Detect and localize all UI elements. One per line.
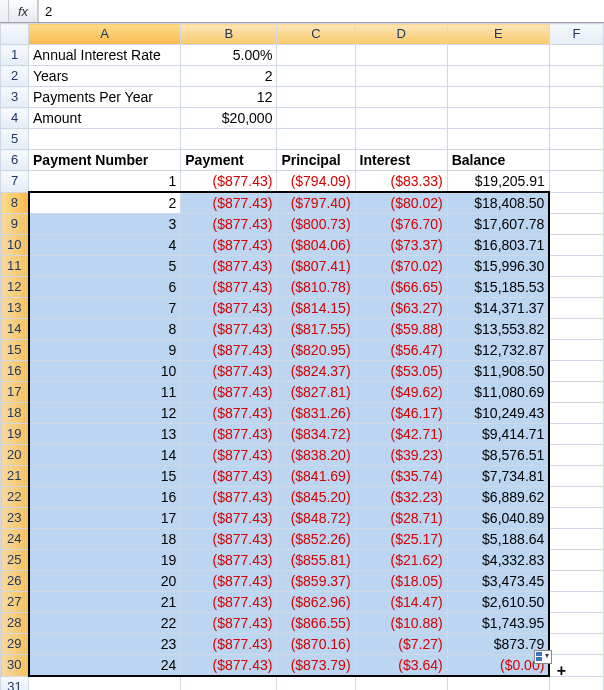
cell-C4[interactable] xyxy=(277,108,355,129)
cell-F25[interactable] xyxy=(549,550,603,571)
cell-D11[interactable]: ($70.02) xyxy=(355,256,447,277)
cell-B22[interactable]: ($877.43) xyxy=(181,487,277,508)
cell-B19[interactable]: ($877.43) xyxy=(181,424,277,445)
cell-C7[interactable]: ($794.09) xyxy=(277,171,355,193)
cell-E3[interactable] xyxy=(447,87,549,108)
cell-C20[interactable]: ($838.20) xyxy=(277,445,355,466)
cell-C27[interactable]: ($862.96) xyxy=(277,592,355,613)
cell-D18[interactable]: ($46.17) xyxy=(355,403,447,424)
cell-D22[interactable]: ($32.23) xyxy=(355,487,447,508)
formula-bar-grip[interactable] xyxy=(0,0,9,22)
cell-E22[interactable]: $6,889.62 xyxy=(447,487,549,508)
row-header-20[interactable]: 20 xyxy=(1,445,29,466)
cell-D21[interactable]: ($35.74) xyxy=(355,466,447,487)
cell-F14[interactable] xyxy=(549,319,603,340)
row-header-30[interactable]: 30 xyxy=(1,655,29,677)
row-header-4[interactable]: 4 xyxy=(1,108,29,129)
row-header-3[interactable]: 3 xyxy=(1,87,29,108)
cell-C13[interactable]: ($814.15) xyxy=(277,298,355,319)
cell-A18[interactable]: 12 xyxy=(29,403,181,424)
cell-B5[interactable] xyxy=(181,129,277,150)
cell-D6[interactable]: Interest xyxy=(355,150,447,171)
cell-D7[interactable]: ($83.33) xyxy=(355,171,447,193)
cell-A16[interactable]: 10 xyxy=(29,361,181,382)
cell-D29[interactable]: ($7.27) xyxy=(355,634,447,655)
cell-A20[interactable]: 14 xyxy=(29,445,181,466)
cell-E13[interactable]: $14,371.37 xyxy=(447,298,549,319)
cell-A2[interactable]: Years xyxy=(29,66,181,87)
cell-C25[interactable]: ($855.81) xyxy=(277,550,355,571)
row-header-26[interactable]: 26 xyxy=(1,571,29,592)
cell-B13[interactable]: ($877.43) xyxy=(181,298,277,319)
cell-D31[interactable] xyxy=(355,676,447,690)
cell-F3[interactable] xyxy=(549,87,603,108)
row-header-25[interactable]: 25 xyxy=(1,550,29,571)
cell-A7[interactable]: 1 xyxy=(29,171,181,193)
cell-A12[interactable]: 6 xyxy=(29,277,181,298)
cell-E21[interactable]: $7,734.81 xyxy=(447,466,549,487)
row-header-9[interactable]: 9 xyxy=(1,214,29,235)
cell-E19[interactable]: $9,414.71 xyxy=(447,424,549,445)
cell-E12[interactable]: $15,185.53 xyxy=(447,277,549,298)
cell-A26[interactable]: 20 xyxy=(29,571,181,592)
cell-C2[interactable] xyxy=(277,66,355,87)
cell-B29[interactable]: ($877.43) xyxy=(181,634,277,655)
cell-B6[interactable]: Payment xyxy=(181,150,277,171)
row-header-24[interactable]: 24 xyxy=(1,529,29,550)
cell-B30[interactable]: ($877.43) xyxy=(181,655,277,677)
cell-E20[interactable]: $8,576.51 xyxy=(447,445,549,466)
cell-F17[interactable] xyxy=(549,382,603,403)
cell-B18[interactable]: ($877.43) xyxy=(181,403,277,424)
row-header-14[interactable]: 14 xyxy=(1,319,29,340)
worksheet-grid[interactable]: ABCDEF 1Annual Interest Rate5.00%2Years2… xyxy=(0,23,604,690)
cell-A13[interactable]: 7 xyxy=(29,298,181,319)
cell-C5[interactable] xyxy=(277,129,355,150)
cell-D10[interactable]: ($73.37) xyxy=(355,235,447,256)
cell-B12[interactable]: ($877.43) xyxy=(181,277,277,298)
cell-D13[interactable]: ($63.27) xyxy=(355,298,447,319)
cell-D17[interactable]: ($49.62) xyxy=(355,382,447,403)
row-header-2[interactable]: 2 xyxy=(1,66,29,87)
cell-A14[interactable]: 8 xyxy=(29,319,181,340)
cell-F18[interactable] xyxy=(549,403,603,424)
cell-F28[interactable] xyxy=(549,613,603,634)
cell-E23[interactable]: $6,040.89 xyxy=(447,508,549,529)
cell-A9[interactable]: 3 xyxy=(29,214,181,235)
cell-C11[interactable]: ($807.41) xyxy=(277,256,355,277)
cell-A8[interactable]: 2 xyxy=(29,192,181,214)
cell-A1[interactable]: Annual Interest Rate xyxy=(29,45,181,66)
cell-D25[interactable]: ($21.62) xyxy=(355,550,447,571)
cell-F10[interactable] xyxy=(549,235,603,256)
cell-A19[interactable]: 13 xyxy=(29,424,181,445)
auto-fill-options-button[interactable] xyxy=(534,650,552,666)
cell-B17[interactable]: ($877.43) xyxy=(181,382,277,403)
cell-D3[interactable] xyxy=(355,87,447,108)
cell-D27[interactable]: ($14.47) xyxy=(355,592,447,613)
cell-E26[interactable]: $3,473.45 xyxy=(447,571,549,592)
cell-A25[interactable]: 19 xyxy=(29,550,181,571)
row-header-18[interactable]: 18 xyxy=(1,403,29,424)
row-header-17[interactable]: 17 xyxy=(1,382,29,403)
cell-C12[interactable]: ($810.78) xyxy=(277,277,355,298)
cell-D1[interactable] xyxy=(355,45,447,66)
cell-F16[interactable] xyxy=(549,361,603,382)
row-header-15[interactable]: 15 xyxy=(1,340,29,361)
cell-F11[interactable] xyxy=(549,256,603,277)
cell-B16[interactable]: ($877.43) xyxy=(181,361,277,382)
cell-C23[interactable]: ($848.72) xyxy=(277,508,355,529)
cell-B21[interactable]: ($877.43) xyxy=(181,466,277,487)
cell-D4[interactable] xyxy=(355,108,447,129)
cell-F21[interactable] xyxy=(549,466,603,487)
cell-B3[interactable]: 12 xyxy=(181,87,277,108)
cell-A29[interactable]: 23 xyxy=(29,634,181,655)
cell-C8[interactable]: ($797.40) xyxy=(277,192,355,214)
column-header-E[interactable]: E xyxy=(447,24,549,45)
cell-E9[interactable]: $17,607.78 xyxy=(447,214,549,235)
row-header-8[interactable]: 8 xyxy=(1,192,29,214)
cell-C19[interactable]: ($834.72) xyxy=(277,424,355,445)
cell-E18[interactable]: $10,249.43 xyxy=(447,403,549,424)
row-header-19[interactable]: 19 xyxy=(1,424,29,445)
cell-E10[interactable]: $16,803.71 xyxy=(447,235,549,256)
column-header-F[interactable]: F xyxy=(549,24,603,45)
cell-E2[interactable] xyxy=(447,66,549,87)
